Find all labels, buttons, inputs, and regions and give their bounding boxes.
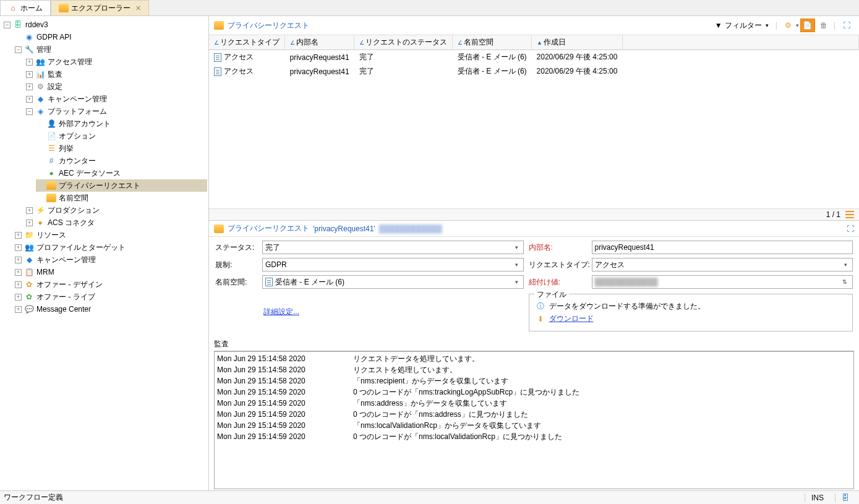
detail-title-blurred: ████████████ — [379, 224, 442, 233]
detail-title-name: 'privacyRequest41' — [313, 224, 375, 233]
info-icon: ⓘ — [536, 302, 545, 312]
new-icon: 📄 — [803, 21, 812, 30]
audit-label: 監査 — [214, 338, 854, 351]
col-status[interactable]: ∠リクエストのステータス — [354, 35, 453, 50]
audit-row: Mon Jun 29 15:14:58 2020リクエストデータを処理しています… — [217, 353, 851, 364]
detail-header: プライバシーリクエスト 'privacyRequest41' █████████… — [209, 221, 859, 237]
audit-row: Mon Jun 29 15:14:59 20200 つのレコードが「nms:tr… — [217, 387, 851, 398]
table-row[interactable]: アクセスprivacyRequest41完了受信者 - E メール (6)202… — [209, 50, 859, 65]
delete-button[interactable]: 🗑 — [816, 19, 831, 32]
users-icon: 👥 — [35, 57, 45, 67]
new-button[interactable]: 📄 — [800, 19, 815, 32]
regulation-select[interactable]: GDPR▾ — [262, 258, 524, 271]
tree-counter[interactable]: #カウンター — [36, 155, 207, 167]
tree-gdpr-api[interactable]: ◉GDPR API — [14, 31, 207, 43]
internal-name-input[interactable] — [592, 241, 853, 254]
tree-mrm[interactable]: +📋MRM — [14, 266, 207, 278]
reqtype-select[interactable]: アクセス▾ — [592, 258, 853, 271]
tree-enum[interactable]: ☰列挙 — [36, 142, 207, 155]
tree-profile-target[interactable]: +👥プロファイルとターゲット — [14, 241, 207, 254]
label-reqtype: リクエストタイプ: — [529, 260, 587, 270]
enum-icon: ☰ — [46, 143, 56, 153]
label-internal: 内部名: — [529, 242, 587, 253]
tree-offer-design[interactable]: +✿オファー - デザイン — [14, 278, 207, 291]
tree-aec[interactable]: ●AEC データソース — [36, 167, 207, 179]
offer-icon: ✿ — [24, 280, 34, 289]
tree-namespace[interactable]: 名前空間 — [36, 192, 207, 204]
doc-icon — [265, 278, 273, 286]
col-created[interactable]: ▲作成日 — [532, 35, 623, 50]
counter-icon: # — [46, 156, 56, 166]
tree-campaign-mgmt2[interactable]: +◆キャンペーン管理 — [14, 254, 207, 266]
tree-message-center[interactable]: +💬Message Center — [14, 303, 207, 315]
account-icon: 👤 — [46, 119, 56, 129]
doc-icon — [214, 67, 221, 76]
gear-icon: ⚙ — [35, 82, 45, 92]
database-icon: 🗄 — [13, 20, 23, 30]
campaign-icon: ◆ — [24, 255, 34, 265]
col-internal[interactable]: ∠内部名 — [285, 35, 354, 50]
platform-icon: ◈ — [35, 106, 45, 116]
expand-detail-button[interactable]: ⛶ — [847, 224, 854, 233]
pager: 1 / 1 — [826, 210, 840, 219]
settings-button[interactable]: ⚙ — [781, 19, 796, 32]
tree-admin[interactable]: −🔧管理 — [14, 43, 207, 56]
doc-icon — [214, 53, 221, 62]
status-bar: ワークフロー定義 INS 🗄 — [0, 490, 859, 504]
audit-row: Mon Jun 29 15:14:58 2020リクエストを処理しています。 — [217, 364, 851, 375]
tree-access-mgmt[interactable]: +👥アクセス管理 — [25, 56, 207, 68]
tree-privacy-request[interactable]: プライバシーリクエスト — [36, 179, 207, 192]
tree-root[interactable]: −🗄rddev3 — [2, 19, 207, 31]
tree-ext-account[interactable]: 👤外部アカウント — [36, 117, 207, 130]
folder-icon — [214, 21, 224, 30]
col-ns[interactable]: ∠名前空間 — [453, 35, 532, 50]
tree-resource[interactable]: +📁リソース — [14, 229, 207, 241]
tree-acs[interactable]: +●ACS コネクタ — [25, 216, 207, 229]
status-ins: INS — [805, 493, 830, 502]
tree-production[interactable]: +⚡プロダクション — [25, 204, 207, 216]
gear-icon: ⚙ — [785, 21, 792, 30]
col-type[interactable]: ∠リクエストタイプ — [209, 35, 285, 50]
tab-explorer[interactable]: エクスプローラー ✕ — [51, 0, 149, 15]
offer-icon: ✿ — [24, 292, 34, 302]
status-select[interactable]: 完了▾ — [262, 241, 524, 254]
tab-home[interactable]: ⌂ ホーム — [0, 0, 51, 15]
folder-icon — [46, 181, 56, 190]
audit-row: Mon Jun 29 15:14:58 2020「nms:recipient」か… — [217, 375, 851, 387]
folder-icon — [46, 194, 56, 202]
advanced-settings-link[interactable]: 詳細設定... — [262, 307, 524, 317]
api-icon: ◉ — [24, 32, 34, 42]
table-row[interactable]: アクセスprivacyRequest41完了受信者 - E メール (6)202… — [209, 64, 859, 79]
tree-option[interactable]: 📄オプション — [36, 130, 207, 142]
grid-footer: 1 / 1 — [209, 208, 859, 220]
label-status: ステータス: — [215, 242, 257, 253]
tree-settings[interactable]: +⚙設定 — [25, 80, 207, 93]
chevron-down-icon: ▾ — [513, 279, 521, 285]
namespace-select[interactable]: 受信者 - E メール (6)▾ — [262, 275, 524, 289]
message-icon: 💬 — [24, 304, 34, 314]
tree-offer-live[interactable]: +✿オファー - ライブ — [14, 291, 207, 303]
tree-audit[interactable]: +📊監査 — [25, 68, 207, 80]
tree-campaign-mgmt[interactable]: +◆キャンペーン管理 — [25, 93, 207, 105]
wrench-icon: 🔧 — [24, 45, 34, 54]
recon-input[interactable]: ████████████⇅ — [592, 275, 853, 289]
profile-icon: 👥 — [24, 242, 34, 252]
status-left: ワークフロー定義 — [4, 492, 63, 503]
audit-log[interactable]: Mon Jun 29 15:14:58 2020リクエストデータを処理しています… — [214, 351, 854, 489]
download-link[interactable]: ダウンロード — [549, 314, 594, 324]
audit-icon: 📊 — [35, 69, 45, 79]
audit-row: Mon Jun 29 15:14:59 20200 つのレコードが「nms:ad… — [217, 409, 851, 420]
filter-button[interactable]: ▼フィルター▾ — [711, 19, 773, 32]
tab-bar: ⌂ ホーム エクスプローラー ✕ — [0, 0, 859, 16]
tree-platform[interactable]: −◈プラットフォーム — [25, 105, 207, 117]
chevron-down-icon: ▾ — [842, 262, 850, 268]
list-menu-icon[interactable] — [845, 211, 854, 218]
connector-icon: ● — [35, 218, 45, 228]
label-recon: 紐付け値: — [529, 277, 587, 288]
close-icon[interactable]: ✕ — [135, 4, 141, 12]
sort-icon: ∠ — [290, 40, 295, 46]
label-regulation: 規制: — [215, 260, 257, 270]
expand-button[interactable]: ⛶ — [839, 19, 854, 32]
expand-icon: ⛶ — [843, 21, 850, 30]
chevron-down-icon: ▾ — [513, 262, 521, 268]
